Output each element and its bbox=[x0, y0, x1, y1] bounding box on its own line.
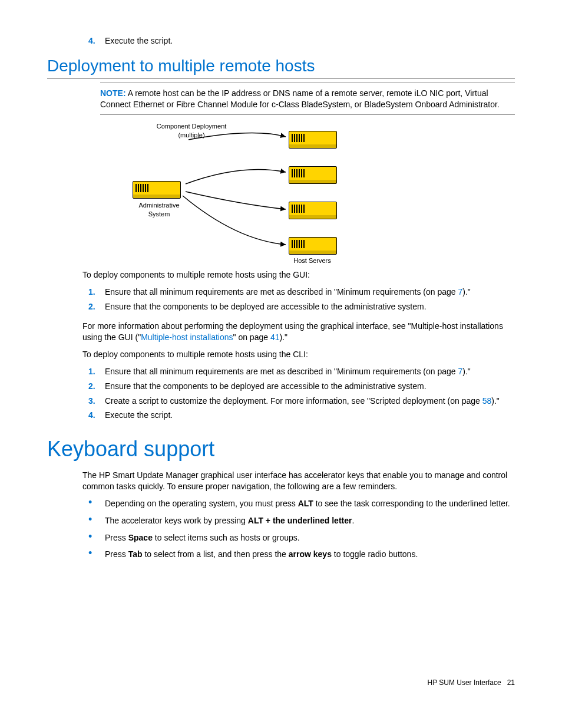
list-item: • The accelerator keys work by pressing … bbox=[47, 515, 515, 526]
cli-steps: 1. Ensure that all minimum requirements … bbox=[47, 366, 515, 421]
section-heading-deployment: Deployment to multiple remote hosts bbox=[47, 55, 515, 79]
list-item: • Depending on the operating system, you… bbox=[47, 498, 515, 509]
bullet-text: The accelerator keys work by pressing AL… bbox=[105, 515, 354, 526]
list-item: • Press Tab to select from a list, and t… bbox=[47, 549, 515, 560]
step-text: Ensure that the components to be deploye… bbox=[105, 381, 427, 392]
arrows-icon bbox=[100, 122, 359, 263]
list-item: • Press Space to select items such as ho… bbox=[47, 532, 515, 543]
step-text: Execute the script. bbox=[105, 35, 173, 47]
list-item: 2. Ensure that the components to be depl… bbox=[47, 381, 515, 392]
step-text: Ensure that all minimum requirements are… bbox=[105, 366, 471, 377]
list-item: 2. Ensure that the components to be depl… bbox=[47, 301, 515, 312]
footer-label: HP SUM User Interface bbox=[427, 678, 501, 687]
step-number: 3. bbox=[88, 396, 105, 407]
bullet-icon: • bbox=[88, 549, 105, 560]
list-item: 4. Execute the script. bbox=[47, 35, 515, 47]
bullet-icon: • bbox=[88, 515, 105, 526]
paragraph: To deploy components to multiple remote … bbox=[82, 349, 515, 360]
list-item: 4. Execute the script. bbox=[47, 410, 515, 421]
step-number: 1. bbox=[88, 366, 105, 377]
step-number: 4. bbox=[88, 410, 105, 421]
list-item: 1. Ensure that all minimum requirements … bbox=[47, 286, 515, 298]
paragraph: To deploy components to multiple remote … bbox=[82, 269, 515, 281]
paragraph: For more information about performing th… bbox=[82, 321, 515, 343]
bullet-icon: • bbox=[88, 498, 105, 509]
footer-page: 21 bbox=[507, 678, 515, 687]
list-item: 3. Create a script to customize the depl… bbox=[47, 396, 515, 407]
step-number: 2. bbox=[88, 381, 105, 392]
step-text: Ensure that the components to be deploye… bbox=[105, 301, 427, 312]
step-number: 2. bbox=[88, 301, 105, 312]
bullet-text: Press Space to select items such as host… bbox=[105, 532, 300, 543]
paragraph: The HP Smart Update Manager graphical us… bbox=[82, 470, 515, 492]
step-number: 1. bbox=[88, 286, 105, 298]
list-item: 1. Ensure that all minimum requirements … bbox=[47, 366, 515, 377]
gui-steps: 1. Ensure that all minimum requirements … bbox=[47, 286, 515, 312]
orphan-step-list: 4. Execute the script. bbox=[47, 35, 515, 47]
step-text: Ensure that all minimum requirements are… bbox=[105, 286, 471, 298]
note-box: NOTE: A remote host can be the IP addres… bbox=[100, 83, 515, 116]
page-footer: HP SUM User Interface 21 bbox=[47, 678, 515, 687]
keyboard-bullets: • Depending on the operating system, you… bbox=[47, 498, 515, 561]
bullet-text: Depending on the operating system, you m… bbox=[105, 498, 510, 509]
step-number: 4. bbox=[88, 35, 105, 47]
page-link[interactable]: 58 bbox=[482, 396, 492, 406]
step-text: Execute the script. bbox=[105, 410, 173, 421]
page-link[interactable]: Multiple-host installations bbox=[141, 332, 233, 342]
step-text: Create a script to customize the deploym… bbox=[105, 396, 500, 407]
note-label: NOTE: bbox=[100, 88, 126, 98]
page-link[interactable]: 41 bbox=[270, 332, 280, 342]
bullet-text: Press Tab to select from a list, and the… bbox=[105, 549, 418, 560]
deployment-diagram: Component Deployment (multiple) Administ… bbox=[100, 122, 359, 263]
bullet-icon: • bbox=[88, 532, 105, 543]
chapter-heading-keyboard: Keyboard support bbox=[47, 435, 515, 464]
note-text: A remote host can be the IP address or D… bbox=[100, 88, 500, 109]
